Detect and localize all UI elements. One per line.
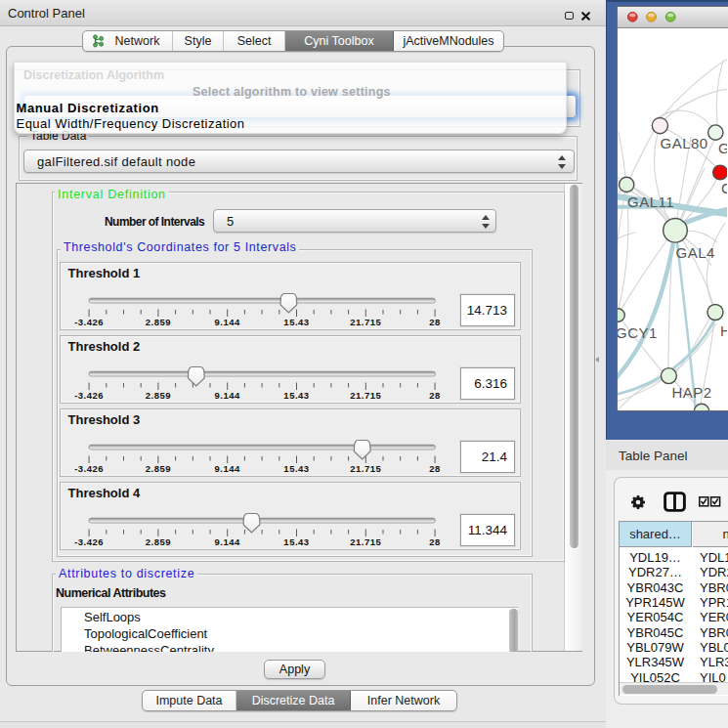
svg-text:28: 28 [429, 462, 441, 473]
svg-text:15.43: 15.43 [283, 316, 309, 326]
svg-text:GAL11: GAL11 [627, 193, 674, 210]
svg-text:15.43: 15.43 [283, 535, 309, 546]
svg-text:28: 28 [429, 535, 441, 546]
svg-text:21.715: 21.715 [350, 316, 381, 326]
svg-text:-3.426: -3.426 [74, 316, 104, 326]
svg-text:9.144: 9.144 [215, 316, 240, 326]
svg-text:15.43: 15.43 [283, 462, 309, 473]
svg-text:2.859: 2.859 [146, 535, 171, 546]
svg-text:2.859: 2.859 [146, 316, 171, 326]
svg-text:21.715: 21.715 [350, 462, 381, 473]
svg-text:GAL80: GAL80 [661, 135, 708, 151]
svg-text:GA: GA [718, 140, 727, 156]
svg-text:9.144: 9.144 [215, 389, 240, 400]
svg-text:GCY1: GCY1 [618, 324, 658, 341]
svg-text:15.43: 15.43 [283, 389, 309, 400]
svg-text:28: 28 [429, 316, 441, 326]
svg-text:9.144: 9.144 [215, 462, 240, 473]
svg-text:28: 28 [429, 389, 441, 400]
svg-text:-3.426: -3.426 [74, 389, 104, 400]
svg-text:-3.426: -3.426 [74, 462, 104, 473]
svg-text:2.859: 2.859 [146, 389, 171, 400]
svg-text:-3.426: -3.426 [74, 535, 104, 546]
svg-text:HAP2: HAP2 [672, 384, 712, 401]
svg-text:21.715: 21.715 [350, 389, 381, 400]
svg-text:21.715: 21.715 [350, 535, 381, 546]
svg-text:2.859: 2.859 [146, 462, 171, 473]
svg-text:GAL4: GAL4 [676, 244, 715, 261]
svg-text:9.144: 9.144 [215, 535, 240, 546]
svg-text:H: H [720, 322, 727, 339]
svg-text:CY: CY [721, 180, 727, 196]
